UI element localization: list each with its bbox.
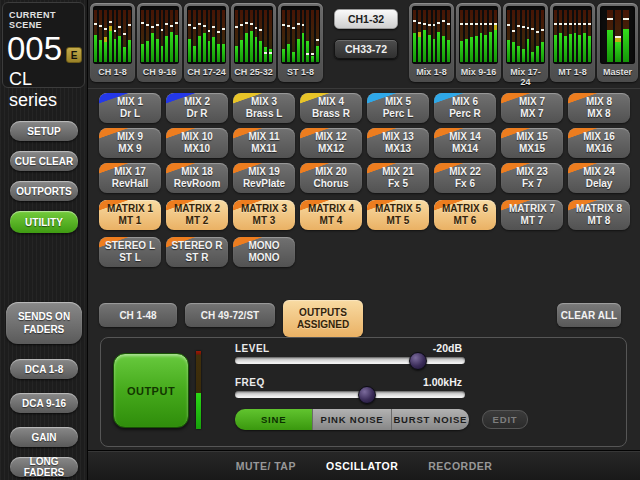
- waveform-button-burst-noise[interactable]: BURST NOISE: [392, 409, 469, 430]
- sidebar-button-dca-9-16[interactable]: DCA 9-16: [10, 393, 78, 413]
- meter-bar: [287, 10, 290, 62]
- meter-tile-ch-17-24[interactable]: CH 17-24: [184, 3, 229, 82]
- channel-name: MIX 21: [382, 166, 414, 178]
- meter-tile-mix-9-16[interactable]: Mix 9-16: [456, 3, 501, 82]
- channel-button-mix-7[interactable]: MIX 7MX 7: [501, 93, 563, 123]
- channel-button-matrix-3[interactable]: MATRIX 3MT 3: [233, 200, 295, 230]
- sidebar-button-dca-1-8[interactable]: DCA 1-8: [10, 359, 78, 379]
- meter-bridge: CH 1-8CH 9-16CH 17-24CH 25-32ST 1-8 CH1-…: [88, 0, 640, 88]
- channel-button-mix-9[interactable]: MIX 9MX 9: [99, 128, 161, 158]
- channel-button-stereo-r[interactable]: STEREO RST R: [166, 237, 228, 267]
- meter-bar: [437, 10, 440, 62]
- channel-button-matrix-6[interactable]: MATRIX 6MT 6: [434, 200, 496, 230]
- channel-tag: Fx 5: [388, 178, 408, 190]
- meter-bar: [554, 10, 557, 62]
- channel-button-matrix-1[interactable]: MATRIX 1MT 1: [99, 200, 161, 230]
- sidebar-button-cue-clear[interactable]: CUE CLEAR: [10, 151, 78, 171]
- bank-button-ch1-32[interactable]: CH1-32: [334, 9, 398, 29]
- channel-button-mix-18[interactable]: MIX 18RevRoom: [166, 163, 228, 193]
- waveform-button-pink-noise[interactable]: PINK NOISE: [313, 409, 391, 430]
- waveform-button-sine[interactable]: SINE: [235, 409, 313, 430]
- channel-button-mix-1[interactable]: MIX 1Dr L: [99, 93, 161, 123]
- channel-name: MIX 20: [315, 166, 347, 178]
- meter-label: MT 1-8: [553, 67, 592, 77]
- channel-grid-row: MIX 1Dr LMIX 2Dr RMIX 3Brass LMIX 4Brass…: [99, 93, 630, 123]
- channel-button-mix-3[interactable]: MIX 3Brass L: [233, 93, 295, 123]
- channel-button-mix-17[interactable]: MIX 17RevHall: [99, 163, 161, 193]
- channel-button-mix-20[interactable]: MIX 20Chorus: [300, 163, 362, 193]
- bottom-tab-recorder[interactable]: RECORDER: [428, 460, 492, 472]
- meter-bar: [255, 10, 258, 62]
- channel-name: MIX 3: [251, 96, 277, 108]
- filter-tab-ch-49-72-st[interactable]: CH 49-72/ST: [185, 303, 275, 327]
- channel-button-mix-5[interactable]: MIX 5Perc L: [367, 93, 429, 123]
- current-scene-panel: CURRENT SCENE 005 E CL series: [2, 2, 85, 88]
- filter-tab-outputs-assigned[interactable]: OUTPUTS ASSIGNED: [283, 300, 363, 337]
- channel-button-mix-11[interactable]: MIX 11MX11: [233, 128, 295, 158]
- channel-button-mix-2[interactable]: MIX 2Dr R: [166, 93, 228, 123]
- meter-label: Mix 9-16: [459, 67, 498, 77]
- meter-screen: [553, 6, 592, 64]
- channel-tag: Fx 6: [455, 178, 475, 190]
- channel-button-mix-4[interactable]: MIX 4Brass R: [300, 93, 362, 123]
- sidebar-button-gain[interactable]: GAIN: [10, 427, 78, 447]
- channel-button-mix-13[interactable]: MIX 13MX13: [367, 128, 429, 158]
- filter-tab-ch-1-48[interactable]: CH 1-48: [99, 303, 177, 327]
- channel-button-matrix-2[interactable]: MATRIX 2MT 2: [166, 200, 228, 230]
- channel-tag: Brass R: [312, 108, 350, 120]
- clear-all-button[interactable]: CLEAR ALL: [557, 303, 621, 327]
- channel-button-mix-8[interactable]: MIX 8MX 8: [568, 93, 630, 123]
- channel-name: MATRIX 5: [375, 203, 421, 215]
- channel-button-mix-6[interactable]: MIX 6Perc R: [434, 93, 496, 123]
- level-slider[interactable]: [235, 357, 465, 364]
- channel-tag: MT 7: [521, 215, 544, 227]
- channel-button-mix-19[interactable]: MIX 19RevPlate: [233, 163, 295, 193]
- edit-button[interactable]: EDIT: [482, 410, 528, 429]
- freq-slider-handle[interactable]: [358, 386, 376, 404]
- channel-button-mix-21[interactable]: MIX 21Fx 5: [367, 163, 429, 193]
- meter-bar: [527, 10, 530, 62]
- sidebar-button-utility[interactable]: UTILITY: [10, 211, 78, 233]
- channel-name: MIX 8: [586, 96, 612, 108]
- meter-tile-mt-1-8[interactable]: MT 1-8: [550, 3, 595, 82]
- meter-tile-master[interactable]: Master: [597, 3, 638, 82]
- channel-button-mix-16[interactable]: MIX 16MX16: [568, 128, 630, 158]
- channel-button-mix-10[interactable]: MIX 10MX10: [166, 128, 228, 158]
- oscillator-panel: OUTPUT LEVEL -20dB FREQ 1.00kHz SINEPINK…: [100, 337, 627, 447]
- channel-button-matrix-4[interactable]: MATRIX 4MT 4: [300, 200, 362, 230]
- meter-bar: [494, 10, 497, 62]
- channel-name: MATRIX 2: [174, 203, 220, 215]
- meter-tile-ch-1-8[interactable]: CH 1-8: [90, 3, 135, 82]
- sidebar-button-setup[interactable]: SETUP: [10, 121, 78, 141]
- channel-button-mix-24[interactable]: MIX 24Delay: [568, 163, 630, 193]
- sidebar-button-long-faders[interactable]: LONG FADERS: [10, 457, 78, 477]
- meter-tile-ch-25-32[interactable]: CH 25-32: [231, 3, 276, 82]
- bottom-tab-oscillator[interactable]: OSCILLATOR: [326, 460, 398, 472]
- channel-button-mix-15[interactable]: MIX 15MX15: [501, 128, 563, 158]
- meter-bar: [114, 10, 117, 62]
- channel-button-mix-22[interactable]: MIX 22Fx 6: [434, 163, 496, 193]
- channel-button-stereo-l[interactable]: STEREO LST L: [99, 237, 161, 267]
- meter-bar: [141, 10, 144, 62]
- meter-tile-ch-9-16[interactable]: CH 9-16: [137, 3, 182, 82]
- meter-tile-st-1-8[interactable]: ST 1-8: [278, 3, 323, 82]
- channel-button-mix-14[interactable]: MIX 14MX14: [434, 128, 496, 158]
- channel-button-mix-12[interactable]: MIX 12MX12: [300, 128, 362, 158]
- channel-button-matrix-7[interactable]: MATRIX 7MT 7: [501, 200, 563, 230]
- bottom-tab-mute-tap[interactable]: MUTE/ TAP: [236, 460, 296, 472]
- meter-tile-mix-17-24[interactable]: Mix 17-24: [503, 3, 548, 82]
- level-slider-handle[interactable]: [409, 352, 427, 370]
- meter-tile-mix-1-8[interactable]: Mix 1-8: [409, 3, 454, 82]
- meter-bar: [447, 10, 450, 62]
- channel-button-mix-23[interactable]: MIX 23Fx 7: [501, 163, 563, 193]
- freq-slider[interactable]: [235, 391, 465, 398]
- channel-button-matrix-5[interactable]: MATRIX 5MT 5: [367, 200, 429, 230]
- bank-button-ch33-72[interactable]: CH33-72: [334, 39, 398, 59]
- channel-button-matrix-8[interactable]: MATRIX 8MT 8: [568, 200, 630, 230]
- channel-name: MIX 13: [382, 131, 414, 143]
- meter-screen: [281, 6, 320, 64]
- oscillator-output-button[interactable]: OUTPUT: [113, 353, 189, 428]
- sidebar-button-sends-on-faders[interactable]: SENDS ON FADERS: [6, 302, 82, 344]
- sidebar-button-outports[interactable]: OUTPORTS: [10, 181, 78, 201]
- channel-button-mono[interactable]: MONOMONO: [233, 237, 295, 267]
